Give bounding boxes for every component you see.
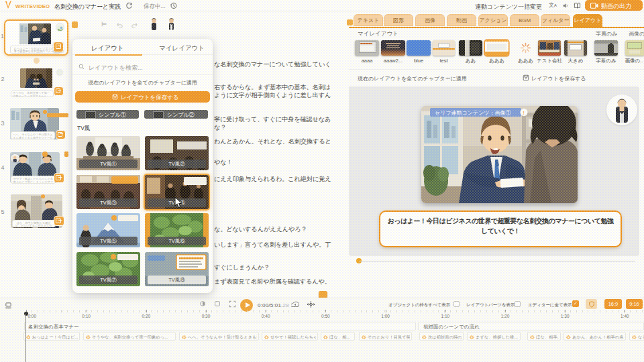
svg-text:!: !	[523, 110, 525, 116]
svg-text:セリフ連動コンテンツ：画像①: セリフ連動コンテンツ：画像①	[435, 110, 511, 116]
